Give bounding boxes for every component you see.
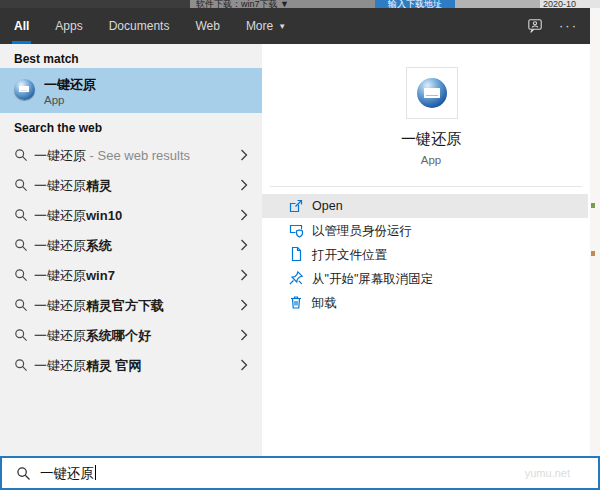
search-icon: [14, 238, 28, 252]
best-match-subtitle: App: [44, 94, 64, 106]
tab-apps-label: Apps: [55, 19, 82, 33]
suggestion-completion: win7: [86, 268, 115, 283]
watermark-text: yumu.net: [525, 467, 570, 479]
web-suggestions-list: 一键还原 - See web results 一键还原精灵 一键还原win10 …: [0, 140, 262, 380]
suggestion-text: 一键还原系统: [34, 237, 112, 255]
web-suggestion-row[interactable]: 一键还原系统哪个好: [0, 320, 262, 350]
search-icon: [14, 148, 28, 162]
suggestion-query: 一键还原: [34, 358, 86, 373]
suggestion-text: 一键还原精灵: [34, 177, 112, 195]
action-open-file-location[interactable]: 打开文件位置: [262, 242, 588, 266]
search-filter-bar: All Apps Documents Web More▼ ···: [0, 8, 590, 44]
suggestion-text: 一键还原精灵 官网: [34, 357, 142, 375]
app-icon: [417, 78, 447, 108]
search-input[interactable]: 一键还原 yumu.net: [0, 456, 600, 490]
suggestion-query: 一键还原: [34, 268, 86, 283]
suggestion-completion: win10: [86, 208, 122, 223]
app-actions-list: Open 以管理员身份运行 打开文件位置: [262, 194, 590, 314]
search-the-web-header: Search the web: [14, 121, 102, 135]
suggestion-query: 一键还原: [34, 178, 86, 193]
background-dark-segment: [0, 0, 190, 8]
suggestion-text: 一键还原精灵官方下载: [34, 297, 164, 315]
app-subtitle: App: [262, 154, 600, 166]
search-icon: [16, 466, 31, 481]
background-artifact: [591, 251, 595, 256]
open-icon: [288, 198, 304, 214]
topbar-icons: ···: [527, 8, 578, 44]
search-icon: [14, 328, 28, 342]
tab-documents-label: Documents: [109, 19, 170, 33]
run-as-admin-icon: [288, 222, 304, 238]
web-suggestion-row[interactable]: 一键还原精灵 官网: [0, 350, 262, 380]
chevron-right-icon[interactable]: [240, 269, 248, 281]
tab-web[interactable]: Web: [195, 8, 219, 44]
suggestion-text: 一键还原win7: [34, 267, 115, 285]
suggestion-query: 一键还原: [34, 328, 86, 343]
search-icon: [14, 358, 28, 372]
file-location-icon: [288, 246, 304, 262]
web-suggestion-row[interactable]: 一键还原win7: [0, 260, 262, 290]
filter-tabs: All Apps Documents Web More▼: [14, 8, 286, 44]
suggestion-note: - See web results: [86, 148, 190, 163]
background-text-fragment: 软件下载：win7下载 ▼: [190, 0, 375, 8]
search-icon: [14, 298, 28, 312]
trash-icon: [288, 294, 304, 310]
results-panel: Best match 一键还原 App Search the web 一键还原 …: [0, 44, 262, 456]
search-input-value: 一键还原: [40, 465, 96, 483]
background-right-edge: [590, 8, 600, 490]
suggestion-text: 一键还原 - See web results: [34, 147, 190, 165]
chevron-right-icon[interactable]: [240, 299, 248, 311]
search-icon: [14, 268, 28, 282]
app-title: 一键还原: [262, 130, 600, 149]
tab-web-label: Web: [195, 19, 219, 33]
suggestion-completion: 精灵官方下载: [86, 298, 164, 313]
background-download-button: 输入下载地址: [375, 0, 455, 8]
background-page-strip: 软件下载：win7下载 ▼ 输入下载地址 2020-10: [0, 0, 600, 8]
background-date-fragment: 2020-10: [540, 0, 600, 8]
tab-more[interactable]: More▼: [246, 8, 286, 44]
chevron-right-icon[interactable]: [240, 179, 248, 191]
best-match-result[interactable]: 一键还原 App: [0, 68, 262, 113]
chevron-right-icon[interactable]: [240, 209, 248, 221]
web-suggestion-row[interactable]: 一键还原精灵官方下载: [0, 290, 262, 320]
more-options-icon[interactable]: ···: [559, 21, 578, 31]
tab-documents[interactable]: Documents: [109, 8, 170, 44]
web-suggestion-row[interactable]: 一键还原精灵: [0, 170, 262, 200]
text-cursor: [95, 465, 96, 480]
action-label: 打开文件位置: [312, 247, 387, 264]
best-match-header: Best match: [14, 52, 79, 66]
suggestion-completion: 精灵 官网: [86, 358, 142, 373]
action-run-as-admin[interactable]: 以管理员身份运行: [262, 218, 588, 242]
search-icon: [14, 208, 28, 222]
suggestion-text: 一键还原win10: [34, 207, 122, 225]
feedback-icon[interactable]: [527, 18, 543, 34]
action-unpin-from-start[interactable]: 从"开始"屏幕取消固定: [262, 266, 588, 290]
app-icon-card: [406, 67, 458, 119]
background-gray-segment: [455, 0, 540, 8]
action-uninstall[interactable]: 卸载: [262, 290, 588, 314]
chevron-right-icon[interactable]: [240, 329, 248, 341]
tab-apps[interactable]: Apps: [55, 8, 82, 44]
chevron-right-icon[interactable]: [240, 149, 248, 161]
tab-all[interactable]: All: [14, 8, 29, 44]
action-open[interactable]: Open: [262, 194, 588, 218]
suggestion-completion: 精灵: [86, 178, 112, 193]
app-detail-panel: 一键还原 App Open: [262, 44, 590, 456]
divider: [270, 186, 582, 187]
action-label: 卸载: [312, 295, 337, 312]
tab-all-label: All: [14, 19, 29, 33]
background-artifact: [591, 203, 595, 208]
suggestion-text: 一键还原系统哪个好: [34, 327, 151, 345]
chevron-right-icon[interactable]: [240, 359, 248, 371]
action-label: 从"开始"屏幕取消固定: [312, 271, 433, 288]
suggestion-completion: 系统哪个好: [86, 328, 151, 343]
chevron-right-icon[interactable]: [240, 239, 248, 251]
web-suggestion-row[interactable]: 一键还原win10: [0, 200, 262, 230]
web-suggestion-row[interactable]: 一键还原 - See web results: [0, 140, 262, 170]
suggestion-query: 一键还原: [34, 148, 86, 163]
web-suggestion-row[interactable]: 一键还原系统: [0, 230, 262, 260]
action-label: 以管理员身份运行: [312, 223, 412, 240]
suggestion-query: 一键还原: [34, 208, 86, 223]
chevron-down-icon: ▼: [278, 22, 286, 31]
suggestion-query: 一键还原: [34, 238, 86, 253]
